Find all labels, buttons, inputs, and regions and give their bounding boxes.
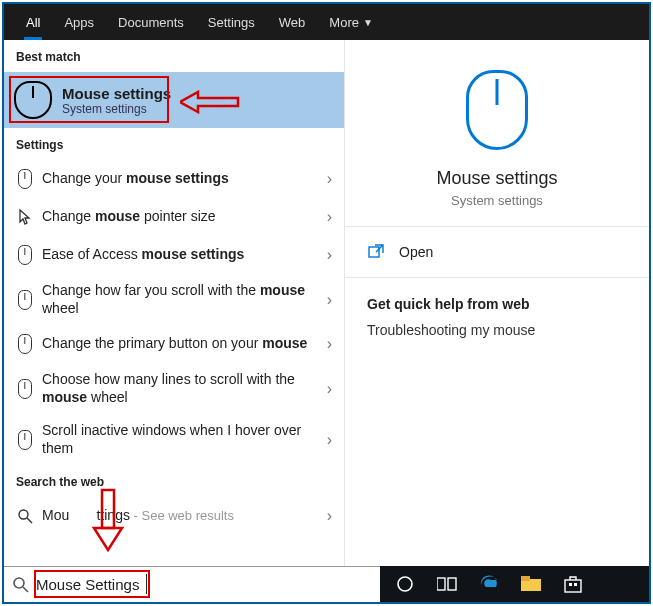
best-match-subtitle: System settings xyxy=(62,102,171,116)
svg-rect-13 xyxy=(565,580,581,592)
mouse-icon xyxy=(14,169,36,189)
store-icon[interactable] xyxy=(556,566,590,602)
annotation-arrow-down xyxy=(88,488,128,556)
item-label: Change the primary button on your mouse xyxy=(36,335,321,353)
search-icon xyxy=(12,576,30,594)
settings-item-ease-of-access[interactable]: Ease of Access mouse settings › xyxy=(4,236,344,274)
settings-item-scroll-lines[interactable]: Choose how many lines to scroll with the… xyxy=(4,363,344,414)
chevron-right-icon: › xyxy=(321,431,332,449)
settings-item-scroll-distance[interactable]: Change how far you scroll with the mouse… xyxy=(4,274,344,325)
item-label: Choose how many lines to scroll with the… xyxy=(36,371,321,406)
mouse-icon xyxy=(14,430,36,450)
svg-rect-15 xyxy=(574,583,577,586)
annotation-arrow-left xyxy=(180,90,240,118)
open-icon xyxy=(367,243,385,261)
tab-more-label: More xyxy=(329,15,359,30)
mouse-icon xyxy=(466,70,528,150)
chevron-right-icon: › xyxy=(321,380,332,398)
svg-rect-9 xyxy=(437,578,445,590)
svg-line-7 xyxy=(23,587,28,592)
section-best-match: Best match xyxy=(4,40,344,72)
settings-item-inactive-scroll[interactable]: Scroll inactive windows when I hover ove… xyxy=(4,414,344,465)
svg-rect-3 xyxy=(369,247,379,257)
mouse-icon xyxy=(14,334,36,354)
best-match-result[interactable]: Mouse settings System settings xyxy=(4,72,344,128)
tab-web[interactable]: Web xyxy=(267,4,318,40)
chevron-right-icon: › xyxy=(321,170,332,188)
tab-documents[interactable]: Documents xyxy=(106,4,196,40)
open-label: Open xyxy=(399,244,433,260)
help-header: Get quick help from web xyxy=(367,296,627,312)
chevron-right-icon: › xyxy=(321,291,332,309)
tab-settings[interactable]: Settings xyxy=(196,4,267,40)
search-icon xyxy=(14,508,36,524)
best-match-title: Mouse settings xyxy=(62,85,171,102)
tab-more[interactable]: More ▼ xyxy=(317,4,385,40)
svg-marker-5 xyxy=(94,528,122,550)
section-search-web: Search the web xyxy=(4,465,344,497)
filter-tabs: All Apps Documents Settings Web More ▼ xyxy=(4,4,649,40)
mouse-icon xyxy=(14,245,36,265)
settings-item-pointer-size[interactable]: Change mouse pointer size › xyxy=(4,198,344,236)
preview-title: Mouse settings xyxy=(357,168,637,189)
section-settings: Settings xyxy=(4,128,344,160)
cortana-icon[interactable] xyxy=(388,566,422,602)
item-label: Mou ttings - See web results xyxy=(36,507,321,525)
mouse-icon xyxy=(14,81,52,119)
chevron-right-icon: › xyxy=(321,208,332,226)
svg-rect-4 xyxy=(102,490,114,528)
file-explorer-icon[interactable] xyxy=(514,566,548,602)
item-label: Change how far you scroll with the mouse… xyxy=(36,282,321,317)
open-action[interactable]: Open xyxy=(345,227,649,278)
mouse-icon xyxy=(14,379,36,399)
svg-rect-12 xyxy=(521,576,530,581)
web-search-item[interactable]: Mou ttings - See web results › xyxy=(4,497,344,535)
svg-rect-14 xyxy=(569,583,572,586)
item-label: Change mouse pointer size xyxy=(36,208,321,226)
chevron-right-icon: › xyxy=(321,507,332,525)
item-label: Scroll inactive windows when I hover ove… xyxy=(36,422,321,457)
tab-all[interactable]: All xyxy=(14,4,52,40)
svg-point-6 xyxy=(14,578,24,588)
search-bar[interactable] xyxy=(4,566,380,602)
taskbar xyxy=(380,566,649,602)
chevron-right-icon: › xyxy=(321,246,332,264)
help-link-troubleshooting[interactable]: Troubleshooting my mouse xyxy=(367,322,627,338)
item-label: Change your mouse settings xyxy=(36,170,321,188)
preview-hero: Mouse settings System settings xyxy=(345,40,649,227)
text-caret xyxy=(146,574,147,594)
chevron-right-icon: › xyxy=(321,335,332,353)
svg-line-2 xyxy=(27,518,32,523)
chevron-down-icon: ▼ xyxy=(363,17,373,28)
item-label: Ease of Access mouse settings xyxy=(36,246,321,264)
preview-subtitle: System settings xyxy=(357,193,637,208)
settings-item-primary-button[interactable]: Change the primary button on your mouse … xyxy=(4,325,344,363)
svg-rect-10 xyxy=(448,578,456,590)
svg-marker-0 xyxy=(180,92,238,112)
settings-item-change-mouse-settings[interactable]: Change your mouse settings › xyxy=(4,160,344,198)
mouse-icon xyxy=(14,290,36,310)
tab-apps[interactable]: Apps xyxy=(52,4,106,40)
svg-point-8 xyxy=(398,577,412,591)
search-input[interactable] xyxy=(36,576,372,593)
task-view-icon[interactable] xyxy=(430,566,464,602)
svg-point-1 xyxy=(19,510,28,519)
pointer-icon xyxy=(14,208,36,226)
edge-icon[interactable] xyxy=(472,566,506,602)
